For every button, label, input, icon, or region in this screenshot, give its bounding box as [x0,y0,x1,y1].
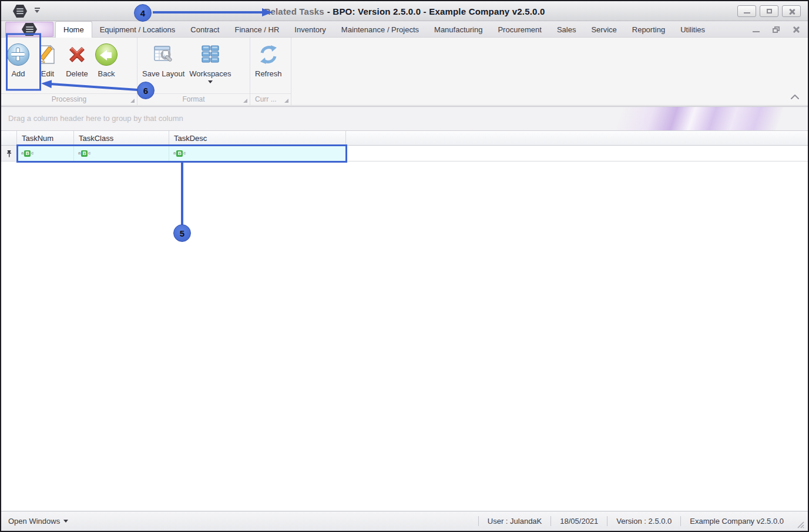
callout-6-badge: 6 [137,82,155,99]
edit-button[interactable]: Edit [33,40,62,79]
filter-pin-icon [6,150,12,157]
group-panel-decoration [555,107,808,130]
workspaces-icon [198,42,223,67]
group-dialog-launcher-icon[interactable] [243,99,247,103]
filter-cell-taskclass[interactable]: aBc [74,146,169,161]
window-title-rest: - BPO: Version 2.5.0.0 - Example Company… [327,6,545,16]
window-title-active: Related Tasks [264,6,324,16]
filter-cell-taskdesc[interactable]: aBc [169,146,346,161]
ribbon-tab-row: Home Equipment / Locations Contract Fina… [1,21,808,38]
column-header-tasknum[interactable]: TaskNum [17,131,74,145]
save-layout-button-label: Save Layout [142,69,184,78]
row-indicator-header [1,131,17,145]
statusbar: Open Windows User : JulandaK 18/05/2021 … [1,511,808,531]
delete-icon [65,42,89,67]
tab-procurement[interactable]: Procurement [490,21,549,38]
grid-filter-row: aBc aBc aBc [1,146,808,161]
filter-row-indicator [1,146,17,161]
add-button[interactable]: Add [4,40,33,79]
refresh-icon [256,42,281,67]
close-button[interactable] [782,5,801,17]
minimize-button[interactable] [737,5,756,17]
group-by-panel[interactable]: Drag a column header here to group by th… [1,107,808,131]
add-icon [6,42,31,67]
close-icon [788,8,795,15]
grid-area: Drag a column header here to group by th… [1,106,808,510]
refresh-button[interactable]: Refresh [253,40,284,79]
tab-contract[interactable]: Contract [183,21,227,38]
application-menu-button[interactable] [5,22,53,37]
ribbon-collapse-chevron-icon[interactable] [790,91,800,102]
mdi-restore-icon[interactable] [773,26,780,33]
add-button-label: Add [11,69,25,78]
tab-maintenance-projects[interactable]: Maintenance / Projects [334,21,427,38]
abc-filter-icon: aBc [21,150,33,157]
tab-equipment-locations[interactable]: Equipment / Locations [92,21,183,38]
abc-filter-icon: aBc [78,150,90,157]
edit-button-label: Edit [41,69,54,78]
filter-cell-filler [346,146,808,161]
titlebar: Related Tasks - BPO: Version 2.5.0.0 - E… [1,1,808,21]
column-header-taskdesc[interactable]: TaskDesc [169,131,346,145]
tab-manufacturing[interactable]: Manufacturing [427,21,490,38]
save-layout-button[interactable]: Save Layout [140,40,187,79]
delete-button[interactable]: Delete [62,40,92,79]
workspaces-button-label: Workspaces [189,69,231,78]
workspaces-dropdown-icon [208,80,213,83]
app-logo-icon [22,23,37,36]
statusbar-date: 18/05/2021 [551,517,607,526]
statusbar-company: Example Company v2.5.0.0 [681,517,793,526]
mdi-minimize-icon[interactable] [753,31,760,33]
open-windows-button[interactable]: Open Windows [1,517,68,526]
window-title: Related Tasks - BPO: Version 2.5.0.0 - E… [1,1,808,21]
resize-grip-icon[interactable] [796,520,804,528]
back-button[interactable]: Back [92,40,121,79]
mdi-window-controls [753,21,800,38]
tab-home[interactable]: Home [55,21,92,38]
filter-cell-tasknum[interactable]: aBc [17,146,74,161]
app-window: Related Tasks - BPO: Version 2.5.0.0 - E… [0,0,809,532]
group-label-processing: Processing [1,93,137,104]
group-panel-text: Drag a column header here to group by th… [8,114,183,123]
open-windows-label: Open Windows [8,517,60,526]
column-header-filler [346,131,808,145]
ribbon-group-format: Save Layout [137,38,250,105]
column-header-taskclass[interactable]: TaskClass [74,131,169,145]
abc-filter-icon: aBc [173,150,186,157]
back-icon [94,42,119,67]
edit-icon [35,42,60,67]
statusbar-user: User : JulandaK [479,517,551,526]
mdi-close-icon[interactable] [793,26,800,33]
back-button-label: Back [98,69,115,78]
dropdown-caret-icon [63,520,68,523]
grid-header-row: TaskNum TaskClass TaskDesc [1,131,808,146]
ribbon: Add Edit [1,38,808,106]
tab-service[interactable]: Service [583,21,624,38]
delete-button-label: Delete [66,69,88,78]
ribbon-group-processing: Add Edit [1,38,137,105]
statusbar-info: User : JulandaK 18/05/2021 Version : 2.5… [478,511,808,531]
tab-inventory[interactable]: Inventory [287,21,333,38]
callout-5-badge: 5 [173,224,191,242]
statusbar-version: Version : 2.5.0.0 [607,517,680,526]
ribbon-group-current: Refresh Curr ... [250,38,291,105]
group-dialog-launcher-icon[interactable] [284,99,288,103]
maximize-icon [767,9,772,14]
tab-finance-hr[interactable]: Finance / HR [227,21,287,38]
window-controls [737,5,801,17]
ribbon-tabs: Home Equipment / Locations Contract Fina… [55,21,713,38]
callout-4-badge: 4 [134,4,152,22]
save-layout-icon [151,42,176,67]
tab-utilities[interactable]: Utilities [673,21,713,38]
tab-sales[interactable]: Sales [549,21,584,38]
workspaces-button[interactable]: Workspaces [187,40,233,85]
group-label-format: Format [137,93,250,104]
group-dialog-launcher-icon[interactable] [130,99,135,103]
maximize-button[interactable] [760,5,778,17]
tab-reporting[interactable]: Reporting [625,21,673,38]
refresh-button-label: Refresh [255,69,282,78]
minimize-icon [744,12,750,14]
